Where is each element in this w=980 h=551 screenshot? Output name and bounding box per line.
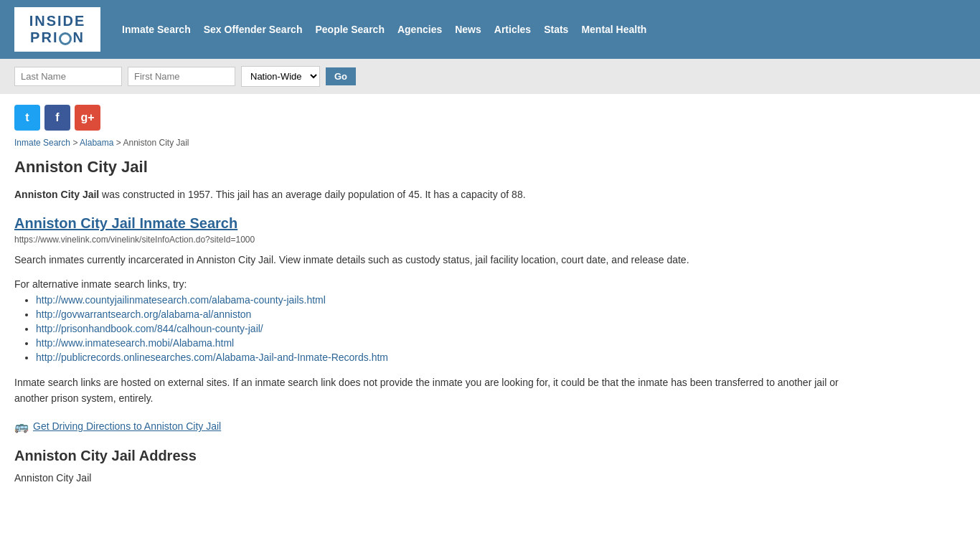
logo-top-text: INSIDE [29,13,86,29]
alt-link-3[interactable]: http://prisonhandbook.com/844/calhoun-co… [36,323,263,334]
breadcrumb-current: Anniston City Jail [123,138,189,148]
list-item: http://www.inmatesearch.mobi/Alabama.htm… [36,337,847,349]
googleplus-button[interactable]: g+ [75,105,100,131]
nav-news[interactable]: News [455,24,481,35]
region-select[interactable]: Nation-Wide Alabama Alaska Arizona [241,66,320,87]
twitter-button[interactable]: t [14,105,40,131]
breadcrumb: Inmate Search > Alabama > Anniston City … [14,138,847,148]
list-item: http://publicrecords.onlinesearches.com/… [36,352,847,363]
directions-container: 🚌 Get Driving Directions to Anniston Cit… [14,420,847,433]
go-button[interactable]: Go [326,67,356,85]
intro-paragraph: Anniston City Jail was constructed in 19… [14,187,847,202]
alt-link-2[interactable]: http://govwarrantsearch.org/alabama-al/a… [36,309,251,320]
header: INSIDE PRIN Inmate Search Sex Offender S… [0,0,980,59]
main-nav: Inmate Search Sex Offender Search People… [122,24,646,35]
list-item: http://www.countyjailinmatesearch.com/al… [36,294,847,306]
directions-link[interactable]: Get Driving Directions to Anniston City … [33,420,221,432]
nav-people-search[interactable]: People Search [315,24,385,35]
alt-link-4[interactable]: http://www.inmatesearch.mobi/Alabama.htm… [36,337,234,349]
breadcrumb-sep1: > [72,138,80,148]
intro-rest: was constructed in 1957. This jail has a… [99,189,525,200]
vinelink-url: https://www.vinelink.com/vinelink/siteIn… [14,235,847,245]
nav-mental-health[interactable]: Mental Health [581,24,646,35]
intro-bold: Anniston City Jail [14,189,99,200]
alt-links-label: For alternative inmate search links, try… [14,278,847,290]
first-name-input[interactable] [128,67,235,86]
last-name-input[interactable] [14,67,122,86]
alt-link-5[interactable]: http://publicrecords.onlinesearches.com/… [36,352,388,363]
address-text: Anniston City Jail [14,470,847,486]
nav-sex-offender-search[interactable]: Sex Offender Search [204,24,303,35]
search-description: Search inmates currently incarcerated in… [14,252,847,268]
nav-agencies[interactable]: Agencies [397,24,442,35]
alt-link-1[interactable]: http://www.countyjailinmatesearch.com/al… [36,294,326,306]
breadcrumb-inmate-search[interactable]: Inmate Search [14,138,70,148]
site-logo[interactable]: INSIDE PRIN [14,7,100,52]
breadcrumb-alabama[interactable]: Alabama [80,138,113,148]
logo-circle-icon [59,32,72,45]
main-content: Inmate Search > Alabama > Anniston City … [0,138,861,500]
alt-links-list: http://www.countyjailinmatesearch.com/al… [36,294,847,363]
logo-bottom-text: PRIN [30,29,85,46]
car-icon: 🚌 [14,420,29,433]
inmate-search-heading: Anniston City Jail Inmate Search [14,215,847,232]
search-bar: Nation-Wide Alabama Alaska Arizona Go [0,59,980,94]
address-title: Anniston City Jail Address [14,448,847,464]
inmate-search-link[interactable]: Anniston City Jail Inmate Search [14,215,237,231]
nav-stats[interactable]: Stats [544,24,568,35]
disclaimer-text: Inmate search links are hosted on extern… [14,375,847,407]
facebook-button[interactable]: f [44,105,70,131]
list-item: http://prisonhandbook.com/844/calhoun-co… [36,323,847,334]
page-title: Anniston City Jail [14,158,847,176]
social-bar: t f g+ [0,94,980,138]
list-item: http://govwarrantsearch.org/alabama-al/a… [36,309,847,320]
nav-inmate-search[interactable]: Inmate Search [122,24,191,35]
nav-articles[interactable]: Articles [494,24,531,35]
